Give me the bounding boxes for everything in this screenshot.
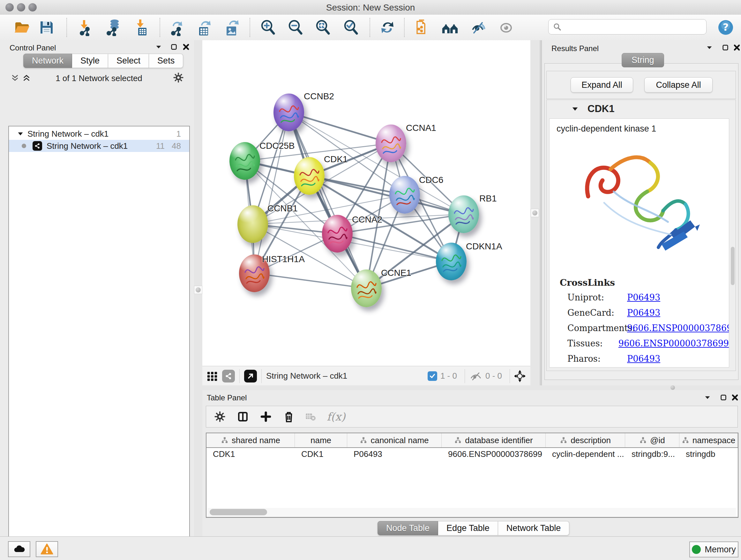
open-in-window-button[interactable] <box>244 370 257 382</box>
table-hscrollbar-thumb[interactable] <box>210 509 267 515</box>
fit-content-button[interactable] <box>515 371 525 381</box>
tree-expand-icon[interactable] <box>17 131 23 137</box>
search-field[interactable] <box>548 19 706 35</box>
node-RB1[interactable] <box>448 195 479 233</box>
node-CCNB1[interactable] <box>238 205 268 243</box>
edge-CCNB2-HIST1H1A[interactable] <box>254 112 289 273</box>
left-splitter[interactable] <box>194 40 203 537</box>
open-session-button[interactable] <box>13 18 30 37</box>
table-cell[interactable]: stringdb <box>679 449 738 459</box>
help-button[interactable]: ? <box>717 18 735 37</box>
save-session-button[interactable] <box>38 18 56 37</box>
collapse-all-tree-button[interactable] <box>10 73 20 84</box>
show-selection-button[interactable] <box>497 18 515 37</box>
table-panel-float-button[interactable] <box>718 392 729 403</box>
node-CCNA1[interactable] <box>376 125 406 162</box>
delete-table-button[interactable] <box>305 411 316 422</box>
expand-all-tree-button[interactable] <box>21 73 32 84</box>
table-cell[interactable]: stringdb:9... <box>625 449 679 459</box>
import-database-button[interactable] <box>105 18 123 37</box>
export-image-button[interactable] <box>223 18 241 37</box>
cloud-button[interactable] <box>8 541 30 557</box>
tab-select[interactable]: Select <box>108 54 149 68</box>
crosslink-link[interactable]: 9606.ENSP00000378699 <box>618 338 729 348</box>
tab-sets[interactable]: Sets <box>149 54 183 68</box>
left-splitter-handle[interactable] <box>194 286 202 294</box>
node-CDKN1A[interactable] <box>436 243 467 280</box>
column-header-description[interactable]: description <box>546 433 625 447</box>
tab-edge-table[interactable]: Edge Table <box>438 521 498 536</box>
edge-CCNB2-CCNA1[interactable] <box>289 112 391 143</box>
horizontal-splitter[interactable] <box>202 385 741 390</box>
table-row[interactable]: CDK1CDK1P064939606.ENSP00000378699cyclin… <box>206 448 738 460</box>
welcome-screen-button[interactable] <box>441 18 459 37</box>
node-CDK1[interactable] <box>294 157 325 195</box>
crosslink-link[interactable]: 9606.ENSP00000378699 <box>627 323 729 333</box>
column-header-@id[interactable]: @id <box>625 433 679 447</box>
control-panel-menu-button[interactable] <box>153 42 164 52</box>
import-network-button[interactable] <box>77 18 95 37</box>
control-panel-float-button[interactable] <box>169 42 179 52</box>
protein-header[interactable]: CDK1 <box>547 100 736 118</box>
warning-button[interactable] <box>36 541 58 557</box>
collapse-triangle-icon[interactable] <box>571 105 579 112</box>
tab-string[interactable]: String <box>622 53 664 67</box>
delete-columns-button[interactable] <box>283 411 294 422</box>
table-options-button[interactable] <box>214 411 225 422</box>
column-header-shared-name[interactable]: shared name <box>206 433 295 447</box>
crosslink-link[interactable]: P06493 <box>627 293 660 302</box>
export-network-button[interactable] <box>169 18 186 37</box>
node-CDC25B[interactable] <box>229 142 260 180</box>
selected-checkbox[interactable] <box>428 371 437 381</box>
refresh-button[interactable] <box>379 18 396 37</box>
tab-network-table[interactable]: Network Table <box>498 521 569 536</box>
create-column-button[interactable] <box>260 411 271 422</box>
memory-button[interactable]: Memory <box>689 542 738 557</box>
export-table-button[interactable] <box>195 18 213 37</box>
horizontal-splitter-handle[interactable] <box>670 385 675 390</box>
crosslink-link[interactable]: P06493 <box>627 354 660 364</box>
table-cell[interactable]: P06493 <box>347 449 442 459</box>
right-splitter-handle[interactable] <box>531 209 539 217</box>
column-header-canonical-name[interactable]: canonical name <box>347 433 442 447</box>
results-panel-close-button[interactable] <box>731 42 741 53</box>
table-cell[interactable]: cyclin-dependent ... <box>546 449 625 459</box>
network-row-selected[interactable]: String Network – cdk1 11 48 <box>9 140 189 152</box>
function-builder-button[interactable]: f(x) <box>327 410 345 423</box>
column-header-database-identifier[interactable]: database identifier <box>442 433 546 447</box>
control-panel-close-button[interactable] <box>181 42 192 52</box>
table-hscrollbar[interactable] <box>207 508 736 516</box>
tab-style[interactable]: Style <box>72 54 108 68</box>
edge-HIST1H1A-CCNE1[interactable] <box>254 273 366 288</box>
tab-network[interactable]: Network <box>23 54 72 68</box>
zoom-out-button[interactable] <box>286 18 305 37</box>
tab-node-table[interactable]: Node Table <box>378 521 438 536</box>
column-header-namespace[interactable]: namespace <box>679 433 738 447</box>
node-CCNA2[interactable] <box>322 215 353 253</box>
results-panel-float-button[interactable] <box>720 42 731 53</box>
import-table-button[interactable] <box>133 18 151 37</box>
network-canvas[interactable]: CCNB2CCNA1CDC25BCDK1CDC6RB1CCNB1CCNA2CDK… <box>202 40 530 366</box>
show-columns-button[interactable] <box>238 411 248 422</box>
birds-eye-button[interactable] <box>207 371 218 381</box>
network-options-button[interactable] <box>173 72 184 83</box>
table-panel-close-button[interactable] <box>730 392 740 403</box>
column-header-name[interactable]: name <box>295 433 347 447</box>
table-panel-menu-button[interactable] <box>702 392 713 403</box>
node-CCNB2[interactable] <box>273 94 304 131</box>
table-cell[interactable]: CDK1 <box>206 449 295 459</box>
network-collection-row[interactable]: String Network – cdk1 1 <box>9 126 189 140</box>
zoom-selected-button[interactable] <box>342 18 360 37</box>
search-input[interactable] <box>564 22 706 32</box>
table-cell[interactable]: CDK1 <box>295 449 347 459</box>
clone-network-button[interactable] <box>414 18 431 37</box>
expand-all-button[interactable]: Expand All <box>570 77 633 92</box>
results-panel-menu-button[interactable] <box>704 42 715 53</box>
hide-selection-button[interactable] <box>469 18 487 37</box>
string-view-button[interactable] <box>222 370 235 382</box>
zoom-in-button[interactable] <box>259 18 277 37</box>
table-cell[interactable]: 9606.ENSP00000378699 <box>442 449 546 459</box>
node-CCNE1[interactable] <box>351 269 382 307</box>
right-splitter[interactable] <box>530 40 540 385</box>
zoom-fit-button[interactable] <box>314 18 332 37</box>
